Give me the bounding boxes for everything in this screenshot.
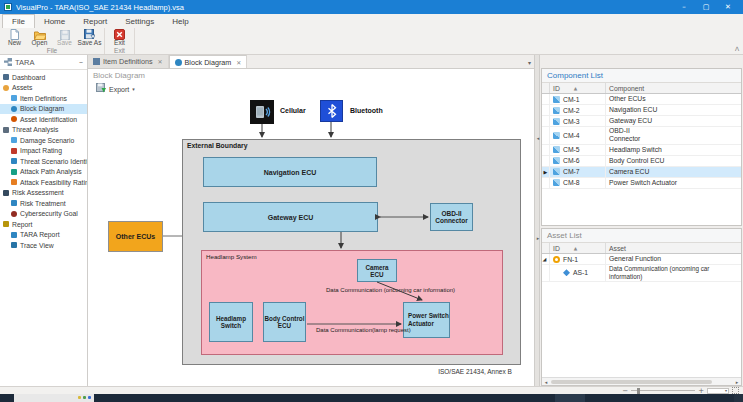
cybersecurity-goal-icon xyxy=(11,211,17,217)
gateway-ecu-node[interactable]: Gateway ECU xyxy=(203,202,378,232)
cellular-icon[interactable] xyxy=(250,100,274,124)
table-row[interactable]: CM-3Gateway ECU xyxy=(542,116,741,127)
sidebar-item-item-definitions[interactable]: Item Definitions xyxy=(0,93,87,104)
sidebar-item-tara-report[interactable]: TARA Report xyxy=(0,230,87,241)
function-icon xyxy=(553,256,560,263)
sidebar-item-dashboard[interactable]: Dashboard xyxy=(0,72,87,83)
zoom-slider[interactable] xyxy=(631,390,695,391)
tabstrip: Item Definitions ✕ Block Diagram ✕ ▾ xyxy=(88,55,534,69)
maximize-icon[interactable]: ▢ xyxy=(695,0,717,14)
tara-panel-icon xyxy=(4,58,12,66)
other-ecus-node[interactable]: Other ECUs xyxy=(108,221,163,252)
sidebar-item-block-diagram[interactable]: Block Diagram xyxy=(0,104,87,115)
menu-home[interactable]: Home xyxy=(35,15,74,28)
menu-file[interactable]: File xyxy=(2,14,35,29)
ribbon-group-label-file: File xyxy=(2,47,102,55)
tab-item-definitions[interactable]: Item Definitions ✕ xyxy=(88,55,169,68)
tara-report-icon xyxy=(11,232,17,238)
dashboard-icon xyxy=(3,74,9,80)
asset-list-panel: Asset List ID▲ Asset ◢ FN-1 General Func… xyxy=(541,228,742,386)
fit-to-window-icon[interactable] xyxy=(732,387,739,394)
sidebar-item-impact-rating[interactable]: Impact Rating xyxy=(0,146,87,157)
obd-connector-node[interactable]: OBD-II Connector xyxy=(430,203,473,231)
table-row[interactable]: CM-1Other ECUs xyxy=(542,94,741,105)
export-button[interactable]: Export ▾ xyxy=(93,82,138,96)
taskbar[interactable] xyxy=(0,394,743,402)
zoom-slider-thumb[interactable] xyxy=(637,388,640,394)
list-item[interactable]: ◢ FN-1 General Function xyxy=(542,254,741,265)
sidebar-collapse-icon[interactable]: – xyxy=(79,58,83,67)
sidebar-item-attack-feasibility-rating[interactable]: Attack Feasibility Rating xyxy=(0,177,87,188)
collapse-ribbon-icon[interactable]: ᐱ xyxy=(735,45,739,52)
tab-block-diagram[interactable]: Block Diagram ✕ xyxy=(169,55,248,68)
headlamp-switch-node[interactable]: Headlamp Switch xyxy=(209,302,253,342)
diagram-canvas[interactable]: Cellular Bluetooth Other ECUs External B… xyxy=(88,97,534,386)
sidebar-item-assets[interactable]: Assets xyxy=(0,83,87,94)
bluetooth-icon[interactable] xyxy=(320,100,343,122)
attack-path-analysis-icon xyxy=(11,169,17,175)
diagram-toolbar: Export ▾ xyxy=(88,81,534,97)
list-item[interactable]: AS-1 Data Communication (oncoming car in… xyxy=(542,265,741,282)
taskbar-app-segment[interactable] xyxy=(14,394,94,402)
table-row[interactable]: CM-4OBD-II Connector xyxy=(542,127,741,145)
taskbar-tray-segment xyxy=(734,394,743,402)
zoom-level-combo[interactable]: ▾ xyxy=(707,388,729,394)
splitter-collapse-right-icon[interactable]: ▸ xyxy=(535,235,541,241)
menu-settings[interactable]: Settings xyxy=(116,15,163,28)
menu-report[interactable]: Report xyxy=(74,15,116,28)
tab-overflow-icon[interactable]: ▾ xyxy=(528,59,531,66)
scroll-left-icon[interactable]: ◂ xyxy=(542,379,550,385)
close-icon[interactable]: ✕ xyxy=(717,0,739,14)
camera-ecu-node[interactable]: Camera ECU xyxy=(357,259,397,282)
damage-scenario-icon xyxy=(11,137,17,143)
navigation-ecu-node[interactable]: Navigation ECU xyxy=(203,157,377,187)
sidebar-item-cybersecurity-goal[interactable]: Cybersecurity Goal xyxy=(0,209,87,220)
component-icon xyxy=(553,157,560,164)
table-row[interactable]: CM-5Headlamp Switch xyxy=(542,145,741,156)
sidebar-item-report[interactable]: Report xyxy=(0,219,87,230)
splitter-collapse-left-icon[interactable]: ◂ xyxy=(535,135,541,141)
cellular-label: Cellular xyxy=(280,107,306,114)
edge-label-camera-to-actuator: Data Communication (oncoming car informa… xyxy=(326,287,455,293)
table-row[interactable]: CM-2Navigation ECU xyxy=(542,105,741,116)
sidebar-item-damage-scenario[interactable]: Damage Scenario xyxy=(0,135,87,146)
zoom-out-icon[interactable]: − xyxy=(622,388,628,394)
table-row[interactable]: CM-8Power Switch Actuator xyxy=(542,178,741,189)
sidebar-item-threat-scenario-identification[interactable]: Threat Scenario Identification xyxy=(0,156,87,167)
titlebar: VisualPro - TARA(ISO_SAE 21434 Headlamp)… xyxy=(0,0,743,14)
sidebar-item-threat-analysis[interactable]: Threat Analysis xyxy=(0,125,87,136)
scroll-right-icon[interactable]: ▸ xyxy=(733,379,741,385)
component-grid-header[interactable]: ID▲ Component xyxy=(542,83,741,94)
task-tree: Dashboard Assets Item Definitions Block … xyxy=(0,70,87,386)
horizontal-scrollbar[interactable]: ◂ ▸ xyxy=(542,377,741,385)
table-row-selected[interactable]: ▶CM-7Camera ECU xyxy=(542,167,741,178)
minimize-icon[interactable]: – xyxy=(673,0,695,14)
sidebar-item-trace-view[interactable]: Trace View xyxy=(0,240,87,251)
close-tab-icon[interactable]: ✕ xyxy=(236,59,241,66)
menu-help[interactable]: Help xyxy=(163,15,197,28)
page-title: Block Diagram xyxy=(93,71,145,80)
taskbar-segment xyxy=(555,394,585,402)
exit-button[interactable]: Exit xyxy=(107,28,132,47)
zoom-in-icon[interactable]: + xyxy=(698,388,704,394)
scrollbar-thumb[interactable] xyxy=(551,380,712,384)
main-area: TARA – Dashboard Assets Item Definitions… xyxy=(0,55,743,386)
table-row[interactable]: CM-6Body Control ECU xyxy=(542,156,741,167)
new-button[interactable]: New xyxy=(2,28,27,47)
expand-icon[interactable]: ◢ xyxy=(543,256,547,262)
body-control-ecu-node[interactable]: Body Control ECU xyxy=(263,302,306,342)
panel-splitter[interactable]: ◂ ▸ xyxy=(534,55,540,386)
save-as-button[interactable]: Save As xyxy=(77,28,102,47)
ribbon-group-file: New Open Save xyxy=(0,28,105,54)
open-button[interactable]: Open xyxy=(27,28,52,47)
assets-icon xyxy=(3,85,9,91)
close-tab-icon[interactable]: ✕ xyxy=(158,58,163,65)
risk-assessment-icon xyxy=(3,190,9,196)
sidebar-item-risk-assessment[interactable]: Risk Assessment xyxy=(0,188,87,199)
asset-icon xyxy=(563,269,570,276)
asset-grid-header[interactable]: ID▲ Asset xyxy=(542,243,741,254)
sidebar-item-attack-path-analysis[interactable]: Attack Path Analysis xyxy=(0,167,87,178)
sidebar-item-risk-treatment[interactable]: Risk Treatment xyxy=(0,198,87,209)
threat-analysis-icon xyxy=(3,127,9,133)
sidebar-item-asset-identification[interactable]: Asset Identification xyxy=(0,114,87,125)
